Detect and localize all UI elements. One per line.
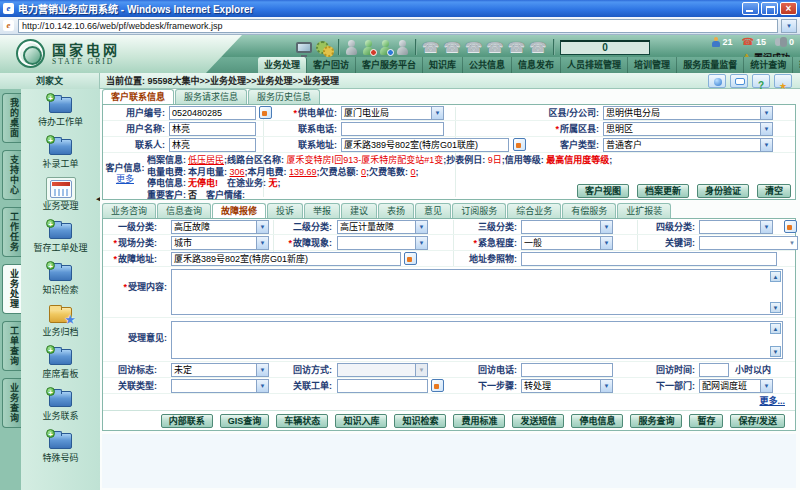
agent-idle-icon[interactable] [345,40,358,55]
menu-tab-培训管理[interactable]: 培训管理 [628,57,677,73]
chevron-down-icon[interactable]: ▼ [256,237,268,249]
picker-icon[interactable] [431,379,444,392]
select-客户类型[interactable]: 普通客户▼ [603,138,773,152]
tab-故障报修[interactable]: 故障报修 [212,203,266,218]
answer-call-icon[interactable]: ☎ [422,38,439,56]
button-停电信息[interactable]: 停电信息 [571,414,623,428]
menu-tab-业务处理[interactable]: 业务处理 [258,57,307,73]
help-button[interactable]: ? [752,74,770,88]
chevron-down-icon[interactable]: ▼ [760,221,772,233]
message-button[interactable] [730,74,748,88]
sidebar-item-业务联系[interactable]: +业务联系 [25,387,97,428]
menu-tab-统计查询[interactable]: 统计查询 [744,57,793,73]
info-value-link[interactable]: 低压居民 [188,155,224,165]
select-紧急程度[interactable]: 一般▼ [521,236,613,250]
input-关联工单[interactable] [337,379,428,393]
minimize-button[interactable] [742,2,759,15]
menu-tab-辅助功能[interactable]: 辅助功能 [793,57,800,73]
agent-wait-icon[interactable] [379,40,392,55]
conference-call-icon[interactable]: ☎ [508,38,525,56]
chevron-down-icon[interactable]: ▼ [256,380,268,392]
sidebar-item-暂存工单处理[interactable]: +暂存工单处理 [25,219,97,260]
hold-call-icon[interactable]: ☎ [465,38,482,56]
close-button[interactable] [780,2,797,15]
chevron-down-icon[interactable]: ▼ [431,107,443,119]
agent-busy-icon[interactable] [362,40,375,55]
select-一级分类[interactable]: 高压故障▼ [171,220,269,234]
chevron-down-icon[interactable]: ▼ [760,123,772,135]
maximize-button[interactable] [761,2,778,15]
picker-icon[interactable] [784,220,797,233]
scroll-up-icon[interactable]: ▲ [770,271,781,282]
tab-投诉[interactable]: 投诉 [267,203,303,218]
chevron-down-icon[interactable]: ▼ [760,139,772,151]
input-联系地址[interactable]: 厦禾路389号802室(特房G01联座) [341,138,509,152]
sidebar-item-补录工单[interactable]: +补录工单 [25,135,97,176]
tab-信息查询[interactable]: 信息查询 [157,203,211,218]
input-联系人[interactable]: 林亮 [169,138,256,152]
button-发送短信[interactable]: 发送短信 [512,414,564,428]
tab-业扩报装[interactable]: 业扩报装 [617,203,671,218]
combo-关键词[interactable]: ▼ [699,236,798,250]
chevron-down-icon[interactable]: ▼ [789,237,795,250]
chevron-down-icon[interactable]: ▼ [600,237,612,249]
select-下一步骤[interactable]: 转处理▼ [521,379,613,393]
tab-服务请求信息[interactable]: 服务请求信息 [175,89,247,104]
select-故障现象[interactable]: ▼ [337,236,428,250]
sidebar-tab-支持中心[interactable]: 支持中心 [2,150,21,200]
tab-表扬[interactable]: 表扬 [378,203,414,218]
menu-tab-服务质量监督[interactable]: 服务质量监督 [677,57,744,73]
select-现场分类[interactable]: 城市▼ [171,236,269,250]
button-费用标准[interactable]: 费用标准 [453,414,505,428]
menu-tab-客户服务平台[interactable]: 客户服务平台 [356,57,423,73]
chevron-down-icon[interactable]: ▼ [256,364,268,376]
hangup-call-icon[interactable]: ☎ [443,38,460,56]
select-供电单位[interactable]: 厦门电业局▼ [341,106,444,120]
select-四级分类[interactable]: ▼ [699,220,773,234]
input-回访电话[interactable] [521,363,613,377]
sidebar-item-待办工作单[interactable]: +待办工作单 [25,93,97,134]
menu-tab-客户回访[interactable]: 客户回访 [307,57,356,73]
tab-综合业务[interactable]: 综合业务 [507,203,561,218]
select-二级分类[interactable]: 高压计量故障▼ [337,220,428,234]
url-dropdown-button[interactable]: ▼ [781,19,797,33]
button-客户视图[interactable]: 客户视图 [577,184,629,198]
select-回访标志[interactable]: 未定▼ [171,363,269,377]
tab-有偿服务[interactable]: 有偿服务 [562,203,616,218]
sidebar-item-座席看板[interactable]: +座席看板 [25,345,97,386]
scroll-down-icon[interactable]: ▼ [770,346,781,357]
agent-off-icon[interactable] [396,40,409,55]
input-故障地址[interactable]: 厦禾路389号802室(特房G01新座) [171,252,401,266]
tab-服务历史信息[interactable]: 服务历史信息 [248,89,320,104]
menu-tab-信息发布[interactable]: 信息发布 [512,57,561,73]
scroll-up-icon[interactable]: ▲ [770,323,781,334]
button-GIS查询[interactable]: GIS查询 [220,414,270,428]
input-地址参照物[interactable] [521,252,777,266]
select-关联类型[interactable]: ▼ [171,379,269,393]
tools-button[interactable]: ★ [774,74,792,88]
tab-建议[interactable]: 建议 [341,203,377,218]
url-input[interactable]: http://10.142.10.66/web/pf/webdesk/frame… [18,19,778,33]
chevron-down-icon[interactable]: ▼ [415,364,427,376]
select-所属区县[interactable]: 思明区▼ [603,122,773,136]
info-value-link[interactable]: 306 [230,167,245,177]
sidebar-tab-工单查询[interactable]: 工单查询 [2,321,21,371]
sidebar-item-特殊号码[interactable]: +特殊号码 [25,429,97,470]
tab-意见[interactable]: 意见 [415,203,451,218]
button-保存/发送[interactable]: 保存/发送 [730,414,785,428]
sidebar-tab-业务查询[interactable]: 业务查询 [2,378,21,428]
sidebar-item-业务受理[interactable]: 业务受理 [25,177,97,218]
sidebar-item-知识检索[interactable]: +知识检索 [25,261,97,302]
scroll-down-icon[interactable]: ▼ [770,302,781,313]
chevron-down-icon[interactable]: ▼ [415,237,427,249]
button-服务查询[interactable]: 服务查询 [630,414,682,428]
button-档案更新[interactable]: 档案更新 [637,184,689,198]
button-内部联系[interactable]: 内部联系 [161,414,213,428]
select-下一部门[interactable]: 配网调度班▼ [699,379,773,393]
chevron-down-icon[interactable]: ▼ [760,380,772,392]
chevron-down-icon[interactable]: ▼ [760,107,772,119]
chevron-down-icon[interactable]: ▼ [600,380,612,392]
sidebar-tab-业务处理[interactable]: 业务处理 [2,264,21,314]
tab-业务咨询[interactable]: 业务咨询 [102,203,156,218]
sidebar-tab-工作任务[interactable]: 工作任务 [2,207,21,257]
